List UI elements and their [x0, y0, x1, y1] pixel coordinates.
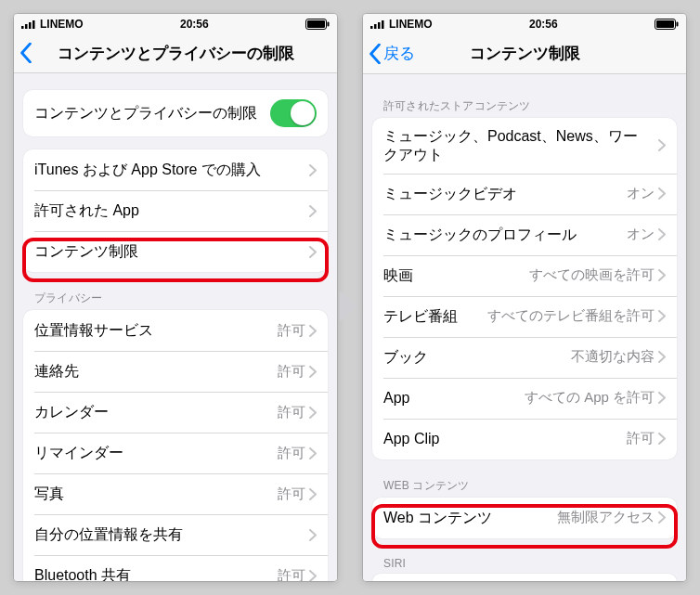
row-label: ミュージック、Podcast、News、ワークアウト	[383, 127, 658, 164]
row-contacts[interactable]: 連絡先 許可	[23, 351, 328, 392]
row-detail: 許可	[278, 445, 305, 462]
chevron-right-icon	[658, 139, 666, 151]
back-label: 戻る	[383, 43, 415, 64]
svg-rect-13	[656, 20, 674, 28]
row-label: テレビ番組	[383, 307, 487, 326]
row-detail: すべての映画を許可	[529, 266, 655, 284]
row-master-toggle[interactable]: コンテンツとプライバシーの制限	[23, 90, 328, 136]
row-itunes-appstore[interactable]: iTunes および App Store での購入	[23, 149, 328, 190]
chevron-right-icon	[309, 407, 317, 419]
section-header-store: 許可されたストアコンテンツ	[383, 98, 666, 114]
back-button[interactable]: 戻る	[369, 43, 415, 64]
row-books[interactable]: ブック 不適切な内容	[372, 337, 677, 378]
group-store: iTunes および App Store での購入 許可された App コンテン…	[23, 149, 328, 272]
row-detail: 許可	[627, 430, 655, 447]
chevron-right-icon	[309, 325, 317, 337]
row-label: 位置情報サービス	[34, 321, 278, 340]
group-privacy: 位置情報サービス 許可 連絡先 許可 カレンダー 許可 リマインダー 許可	[23, 310, 328, 581]
status-time: 20:56	[180, 18, 209, 31]
page-title: コンテンツとプライバシーの制限	[14, 43, 337, 64]
toggle-switch-on[interactable]	[270, 99, 317, 127]
row-music-video[interactable]: ミュージックビデオ オン	[372, 174, 677, 214]
row-label: App Clip	[383, 430, 627, 448]
back-button[interactable]	[19, 43, 32, 63]
row-label: iTunes および App Store での購入	[34, 161, 309, 179]
chevron-right-icon	[658, 310, 666, 322]
row-label: 映画	[383, 266, 529, 285]
row-label: コンテンツ制限	[34, 242, 309, 261]
row-music-podcast-news-workout[interactable]: ミュージック、Podcast、News、ワークアウト	[372, 118, 677, 174]
row-label: ミュージックビデオ	[383, 185, 627, 203]
row-label: 許可された App	[34, 201, 309, 220]
svg-marker-7	[340, 291, 358, 321]
row-photos[interactable]: 写真 許可	[23, 473, 328, 514]
row-calendar[interactable]: カレンダー 許可	[23, 392, 328, 433]
arrow-right-icon	[336, 290, 362, 323]
row-app-clip[interactable]: App Clip 許可	[372, 419, 677, 459]
svg-rect-14	[677, 21, 679, 26]
chevron-right-icon	[309, 570, 317, 581]
chevron-right-icon	[658, 228, 666, 240]
row-label: 連絡先	[34, 362, 278, 381]
chevron-right-icon	[658, 351, 666, 363]
row-label: リマインダー	[34, 444, 278, 462]
row-detail: 許可	[278, 404, 305, 421]
row-allowed-apps[interactable]: 許可された App	[23, 190, 328, 231]
row-detail: すべての App を許可	[525, 389, 655, 407]
svg-rect-8	[370, 26, 373, 29]
group-toggle: コンテンツとプライバシーの制限	[23, 90, 328, 136]
carrier-label: LINEMO	[40, 18, 84, 31]
status-time: 20:56	[529, 18, 558, 31]
phone-screen-right: LINEMO 20:56 戻る コンテンツ制限 許可されたストアコンテンツ ミュ…	[363, 14, 686, 581]
nav-bar: コンテンツとプライバシーの制限	[14, 33, 337, 73]
row-label: Bluetooth 共有	[34, 566, 278, 581]
row-app[interactable]: App すべての App を許可	[372, 378, 677, 419]
battery-icon	[655, 19, 679, 30]
svg-rect-11	[382, 20, 384, 29]
row-label: 自分の位置情報を共有	[34, 525, 305, 544]
row-label: コンテンツとプライバシーの制限	[34, 104, 270, 123]
svg-rect-0	[21, 26, 24, 29]
row-label: ミュージックのプロフィール	[383, 226, 627, 244]
svg-rect-5	[307, 20, 325, 28]
row-content-restrictions[interactable]: コンテンツ制限	[23, 231, 328, 272]
scroll-area[interactable]: コンテンツとプライバシーの制限 iTunes および App Store での購…	[14, 73, 337, 581]
chevron-right-icon	[309, 447, 317, 459]
row-location-services[interactable]: 位置情報サービス 許可	[23, 310, 328, 351]
svg-rect-1	[25, 24, 28, 29]
svg-rect-3	[32, 20, 35, 29]
row-detail: すべてのテレビ番組を許可	[487, 307, 655, 325]
row-label: App	[383, 389, 525, 407]
scroll-area[interactable]: 許可されたストアコンテンツ ミュージック、Podcast、News、ワークアウト…	[363, 74, 686, 581]
carrier-label: LINEMO	[389, 18, 433, 31]
row-reminders[interactable]: リマインダー 許可	[23, 433, 328, 473]
chevron-right-icon	[309, 366, 317, 378]
section-header-web: WEB コンテンツ	[383, 478, 666, 494]
row-detail: 許可	[278, 322, 305, 340]
row-bluetooth-sharing[interactable]: Bluetooth 共有 許可	[23, 555, 328, 581]
row-label: カレンダー	[34, 403, 278, 421]
chevron-right-icon	[658, 511, 666, 524]
svg-rect-6	[328, 21, 330, 26]
row-detail: 無制限アクセス	[557, 509, 655, 526]
section-header-siri: SIRI	[383, 557, 666, 570]
row-detail: 不適切な内容	[571, 348, 655, 366]
status-bar: LINEMO 20:56	[14, 14, 337, 33]
signal-icon	[21, 19, 36, 29]
svg-rect-10	[378, 22, 381, 29]
row-share-my-location[interactable]: 自分の位置情報を共有	[23, 514, 328, 555]
section-header-privacy: プライバシー	[34, 291, 317, 306]
row-web-content[interactable]: Web コンテンツ 無制限アクセス	[372, 498, 677, 538]
status-bar: LINEMO 20:56	[363, 14, 686, 34]
row-music-profile[interactable]: ミュージックのプロフィール オン	[372, 214, 677, 255]
row-detail: 許可	[278, 485, 305, 503]
chevron-right-icon	[309, 164, 317, 176]
row-tv[interactable]: テレビ番組 すべてのテレビ番組を許可	[372, 296, 677, 337]
group-store-content: ミュージック、Podcast、News、ワークアウト ミュージックビデオ オン …	[372, 118, 677, 459]
row-movies[interactable]: 映画 すべての映画を許可	[372, 255, 677, 296]
row-label: ブック	[383, 348, 571, 367]
row-label: 写真	[34, 485, 278, 503]
row-detail: オン	[627, 226, 655, 243]
group-siri-partial	[372, 574, 677, 581]
svg-rect-2	[29, 22, 32, 29]
